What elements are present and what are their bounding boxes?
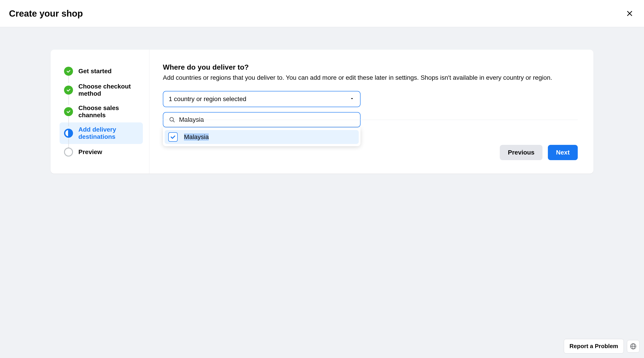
- close-icon: [626, 10, 633, 17]
- divider: [163, 120, 578, 120]
- svg-line-3: [173, 120, 174, 122]
- nav-button-row: Previous Next: [500, 145, 578, 160]
- check-circle-icon: [64, 67, 73, 76]
- step-label: Choose checkout method: [78, 83, 138, 97]
- option-label: Malaysia: [184, 134, 209, 140]
- step-connector: [68, 76, 69, 83]
- content-title: Where do you deliver to?: [163, 63, 578, 72]
- pending-step-icon: [64, 148, 73, 156]
- content-description: Add countries or regions that you delive…: [163, 73, 578, 82]
- checkbox-checked[interactable]: [168, 132, 178, 142]
- contact-support-button[interactable]: Contact Support: [158, 145, 224, 160]
- caret-down-icon: [349, 96, 355, 102]
- close-button[interactable]: [624, 8, 635, 19]
- report-problem-button[interactable]: Report a Problem: [564, 339, 624, 354]
- previous-button[interactable]: Previous: [500, 145, 542, 160]
- country-option-malaysia[interactable]: Malaysia: [165, 130, 359, 144]
- country-select-summary[interactable]: 1 country or region selected: [163, 91, 360, 107]
- globe-button[interactable]: [627, 340, 640, 352]
- content-panel: Where do you deliver to? Add countries o…: [150, 50, 594, 174]
- next-button[interactable]: Next: [548, 145, 578, 160]
- step-preview[interactable]: Preview: [60, 144, 143, 160]
- step-delivery-destinations[interactable]: Add delivery destinations: [60, 122, 143, 144]
- modal-header: Create your shop: [0, 0, 644, 27]
- globe-icon: [630, 343, 637, 350]
- step-checkout-method[interactable]: Choose checkout method: [60, 79, 143, 101]
- step-label: Add delivery destinations: [78, 126, 138, 140]
- bottom-bar: Report a Problem: [564, 339, 640, 354]
- step-list: Get started Choose checkout method Choos…: [60, 63, 143, 160]
- step-label: Preview: [78, 148, 102, 156]
- step-get-started[interactable]: Get started: [60, 63, 143, 79]
- step-sidebar: Get started Choose checkout method Choos…: [50, 50, 150, 174]
- current-step-icon: [64, 129, 73, 138]
- modal-title: Create your shop: [9, 8, 83, 19]
- setup-card: Get started Choose checkout method Choos…: [50, 50, 594, 174]
- step-sales-channels[interactable]: Choose sales channels: [60, 101, 143, 122]
- step-label: Get started: [78, 68, 112, 75]
- main-container: Get started Choose checkout method Choos…: [0, 27, 644, 196]
- dropdown-summary-text: 1 country or region selected: [169, 96, 246, 103]
- check-circle-icon: [64, 86, 73, 94]
- check-circle-icon: [64, 107, 73, 116]
- step-label: Choose sales channels: [78, 104, 138, 119]
- country-dropdown-popup: Malaysia: [163, 128, 360, 146]
